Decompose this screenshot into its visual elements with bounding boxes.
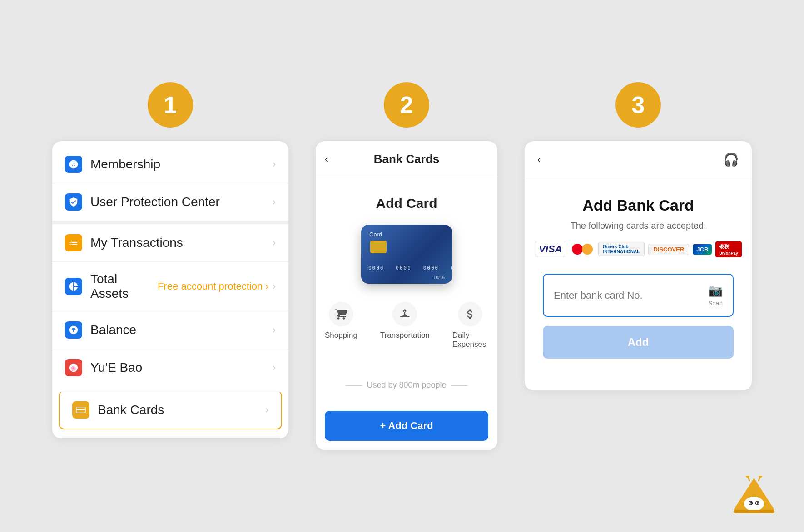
- diners-brand: Diners ClubINTERNATIONAL: [598, 242, 645, 256]
- svg-rect-14: [734, 510, 774, 513]
- bankcards-chevron: ›: [265, 404, 268, 416]
- daily-expenses-icon: [458, 302, 482, 326]
- yuebao-icon: 🌸: [65, 359, 82, 376]
- yuebao-chevron: ›: [273, 362, 276, 374]
- card-brands: VISA Diners ClubINTERNATIONAL DISCOVER J…: [535, 241, 742, 257]
- balance-chevron: ›: [273, 324, 276, 336]
- add-card-main: Add Bank Card The following cards are ac…: [525, 178, 752, 372]
- discover-brand: DISCOVER: [648, 244, 689, 255]
- add-card-heading: Add Bank Card: [582, 197, 694, 214]
- headset-icon[interactable]: 🎧: [723, 152, 739, 167]
- transportation-label: Transportation: [380, 331, 430, 340]
- svg-point-9: [757, 502, 759, 504]
- mastercard-brand: [572, 242, 593, 256]
- transactions-chevron: ›: [273, 237, 276, 249]
- protection-icon: [65, 193, 82, 211]
- menu-item-membership[interactable]: Membership ›: [52, 146, 288, 183]
- transactions-icon: [65, 234, 82, 251]
- scan-label: Scan: [708, 300, 723, 307]
- unionpay-brand: 银联UnionPay: [715, 241, 742, 257]
- svg-point-12: [746, 476, 749, 478]
- mascot: [731, 476, 777, 518]
- yuebao-label: Yu'E Bao: [90, 360, 273, 375]
- membership-label: Membership: [90, 157, 273, 172]
- panel-bank-cards: ‹ Bank Cards Add Card Card 0000 0000 000…: [316, 141, 497, 450]
- shopping-label: Shopping: [325, 331, 357, 340]
- credit-card-image: Card 0000 0000 0000 0000 10/16: [361, 225, 452, 284]
- menu-group-2: My Transactions › Total Assets Free acco…: [52, 224, 288, 429]
- svg-point-8: [750, 502, 752, 504]
- assets-chevron: ›: [273, 281, 276, 292]
- menu-group-1: Membership › User Protection Center ›: [52, 146, 288, 224]
- svg-text:🌸: 🌸: [70, 365, 77, 371]
- column-3: 3 ‹ 🎧 Add Bank Card The following cards …: [525, 82, 752, 390]
- camera-icon: 📷: [708, 284, 723, 298]
- daily-expenses-icon-item: Daily Expenses: [452, 302, 488, 349]
- svg-point-13: [759, 476, 762, 478]
- add-card-title: Add Card: [376, 196, 437, 211]
- used-by-text: Used by 800m people: [346, 371, 467, 397]
- step-badge-2: 2: [384, 82, 429, 128]
- transportation-icon: [392, 302, 417, 326]
- shopping-icon-item: Shopping: [325, 302, 357, 349]
- assets-badge[interactable]: Free account protection ›: [158, 281, 269, 292]
- card-icons-row: Shopping Transportation Daily Expenses: [325, 302, 488, 349]
- panel2-title: Bank Cards: [374, 152, 440, 166]
- membership-icon: [65, 156, 82, 173]
- svg-rect-3: [76, 409, 85, 410]
- menu-item-transactions[interactable]: My Transactions ›: [52, 224, 288, 261]
- column-2: 2 ‹ Bank Cards Add Card Card 0000 0000 0…: [316, 82, 497, 450]
- add-card-button[interactable]: + Add Card: [325, 411, 488, 441]
- panel2-header: ‹ Bank Cards: [316, 141, 497, 177]
- protection-chevron: ›: [273, 196, 276, 208]
- jcb-brand: JCB: [693, 244, 712, 255]
- accepted-text: The following cards are accepted.: [570, 221, 706, 231]
- protection-label: User Protection Center: [90, 195, 273, 209]
- panel-add-card: ‹ 🎧 Add Bank Card The following cards ar…: [525, 141, 752, 390]
- shopping-icon: [329, 302, 353, 326]
- back-arrow-3[interactable]: ‹: [537, 154, 541, 166]
- bankcards-icon: [72, 401, 89, 419]
- bankcards-label: Bank Cards: [98, 403, 265, 417]
- card-input-container: 📷 Scan: [543, 274, 734, 317]
- assets-label: Total Assets: [90, 272, 158, 301]
- step-badge-1: 1: [148, 82, 193, 128]
- card-number-input[interactable]: [554, 290, 708, 301]
- step-badge-3: 3: [615, 82, 661, 128]
- svg-point-5: [744, 497, 764, 511]
- daily-expenses-label: Daily Expenses: [452, 331, 488, 349]
- column-1: 1 Membership › User Protection Center: [52, 82, 288, 438]
- transactions-label: My Transactions: [90, 236, 273, 250]
- add-card-section: Add Card Card 0000 0000 0000 0000 10/16 …: [316, 177, 497, 411]
- main-container: 1 Membership › User Protection Center: [0, 64, 804, 468]
- menu-item-protection[interactable]: User Protection Center ›: [52, 183, 288, 221]
- balance-label: Balance: [90, 323, 273, 337]
- transportation-icon-item: Transportation: [380, 302, 430, 349]
- menu-item-balance[interactable]: Balance ›: [52, 311, 288, 349]
- assets-icon: [65, 278, 82, 295]
- menu-item-bankcards[interactable]: Bank Cards ›: [59, 391, 282, 429]
- mascot-tent-svg: [731, 476, 777, 517]
- add-submit-button[interactable]: Add: [543, 326, 734, 359]
- visa-brand: VISA: [535, 241, 566, 257]
- back-arrow-2[interactable]: ‹: [325, 153, 328, 165]
- menu-item-assets[interactable]: Total Assets Free account protection › ›: [52, 261, 288, 311]
- scan-button[interactable]: 📷 Scan: [708, 284, 723, 307]
- panel3-header: ‹ 🎧: [525, 141, 752, 178]
- membership-chevron: ›: [273, 158, 276, 170]
- panel-menu: Membership › User Protection Center ›: [52, 141, 288, 438]
- menu-item-yuebao[interactable]: 🌸 Yu'E Bao ›: [52, 349, 288, 386]
- balance-icon: [65, 321, 82, 339]
